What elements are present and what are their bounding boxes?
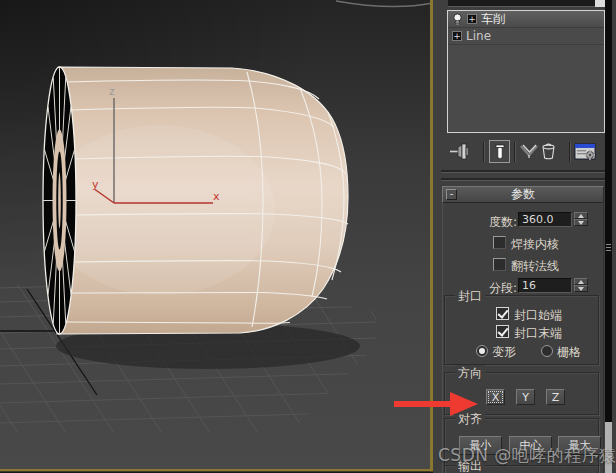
rollout-title: 参数 [511, 186, 535, 203]
panel-scrollbar[interactable] [605, 0, 612, 473]
axis-label-x: x [213, 190, 220, 203]
panel-separator [441, 178, 606, 181]
stack-item-lathe[interactable]: + 车削 [448, 11, 604, 28]
morph-radio[interactable] [476, 345, 488, 357]
stack-item-label: Line [466, 29, 491, 43]
grid-label: 栅格 [557, 344, 581, 361]
viewport-active-border-bottom [0, 469, 433, 472]
axis-label-y: y [92, 178, 99, 191]
pin-stack-icon[interactable] [449, 143, 473, 160]
degrees-spinner[interactable] [574, 212, 588, 227]
spinner-down-button[interactable] [574, 219, 588, 226]
remove-modifier-trash-icon[interactable] [540, 143, 557, 160]
annotation-arrow [394, 391, 482, 418]
3dsmax-window: z x y + 车削 + [0, 0, 616, 473]
panel-separator [441, 170, 606, 173]
segments-field[interactable]: 16 [518, 278, 572, 293]
lathe-object-cap [43, 67, 76, 334]
parameters-rollout: - 参数 度数: 360.0 焊接内核 翻转法线 分段: 16 [442, 186, 604, 473]
direction-y-button[interactable]: Y [516, 389, 535, 405]
degrees-label: 度数: [456, 214, 517, 231]
lightbulb-icon[interactable] [452, 13, 463, 26]
scrollbar-grip[interactable] [606, 244, 611, 252]
flip-normals-checkbox[interactable] [493, 258, 506, 271]
parameters-rollout-content: 度数: 360.0 焊接内核 翻转法线 分段: 16 封口 [442, 203, 604, 473]
cap-group-title: 封口 [455, 288, 485, 305]
modifier-stack-list[interactable]: + 车削 + Line [447, 10, 605, 133]
configure-modifier-sets-icon[interactable] [574, 143, 597, 161]
toolbar-separator [514, 142, 515, 162]
modifier-stack-toolbar [433, 141, 616, 165]
make-unique-icon[interactable] [519, 143, 540, 160]
flip-normals-label: 翻转法线 [511, 258, 559, 275]
spinner-down-button[interactable] [574, 285, 588, 292]
cap-group: 封口 封口始端 封口末端 变形 栅格 [444, 295, 599, 365]
expand-toggle[interactable]: + [452, 31, 462, 41]
weld-core-label: 焊接内核 [511, 236, 559, 253]
direction-z-button[interactable]: Z [546, 389, 565, 405]
toolbar-separator [569, 142, 570, 162]
cap-end-label: 封口末端 [514, 325, 562, 342]
expand-toggle[interactable]: + [467, 14, 477, 24]
modifier-list-dropdown[interactable] [448, 0, 608, 7]
body-highlight [45, 125, 275, 295]
weld-core-checkbox[interactable] [493, 236, 506, 249]
toolbar-separator [483, 142, 484, 162]
collapse-button[interactable]: - [446, 189, 457, 200]
degrees-field[interactable]: 360.0 [518, 212, 572, 227]
spinner-up-button[interactable] [574, 212, 588, 219]
cap-start-checkbox[interactable] [496, 307, 509, 320]
cap-start-label: 封口始端 [514, 307, 562, 324]
stack-item-line[interactable]: + Line [448, 28, 604, 45]
axis-label-z: z [109, 85, 115, 98]
direction-group-title: 方向 [455, 365, 485, 382]
show-end-result-button[interactable] [489, 140, 510, 163]
viewport-3d-scene[interactable]: z x y [0, 0, 433, 473]
segments-spinner[interactable] [574, 278, 588, 293]
morph-label: 变形 [492, 344, 516, 361]
grid-radio[interactable] [541, 345, 553, 357]
stack-item-label: 车削 [481, 11, 505, 28]
watermark-text: CSDN @咆哮的程序猿 [438, 444, 616, 467]
parameters-rollout-header[interactable]: - 参数 [442, 186, 604, 203]
cap-end-checkbox[interactable] [496, 325, 509, 338]
perspective-viewport[interactable]: z x y [0, 0, 433, 473]
show-end-result-icon [493, 144, 507, 160]
spinner-up-button[interactable] [574, 278, 588, 285]
direction-x-button[interactable]: X [486, 389, 505, 405]
